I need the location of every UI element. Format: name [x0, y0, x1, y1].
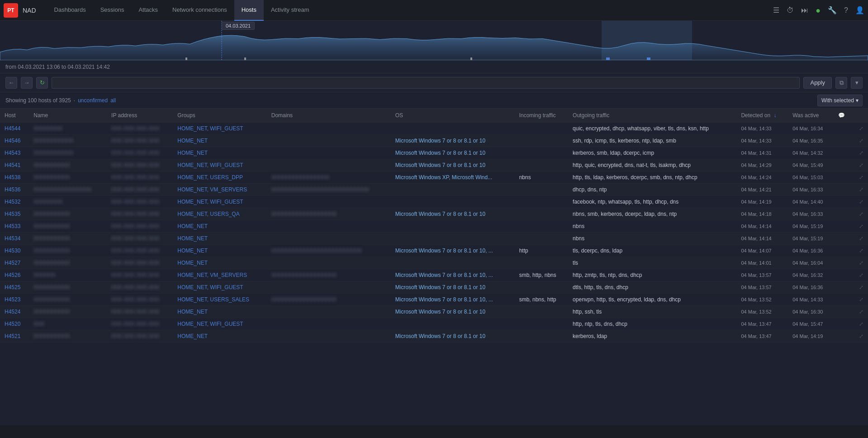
table-cell[interactable]: H4524: [0, 306, 29, 318]
table-cell[interactable]: HOME_NET, VM_SERVERS: [173, 269, 266, 281]
table-cell[interactable]: H4541: [0, 159, 29, 171]
table-cell[interactable]: HOME_NET, WIFI_GUEST: [173, 281, 266, 294]
nav-attacks[interactable]: Attacks: [131, 0, 165, 21]
col-incoming[interactable]: Incoming traffic: [515, 109, 568, 123]
table-cell[interactable]: HOME_NET: [173, 135, 266, 147]
table-cell[interactable]: H4535: [0, 208, 29, 220]
refresh-button[interactable]: ↻: [36, 77, 48, 89]
table-cell[interactable]: ⤢: [852, 269, 868, 281]
table-cell[interactable]: H4536: [0, 184, 29, 196]
table-cell[interactable]: ⤢: [852, 306, 868, 318]
svg-rect-6: [647, 57, 650, 60]
table-cell[interactable]: ⤢: [852, 123, 868, 135]
table-cell[interactable]: ⤢: [852, 245, 868, 257]
forward-button[interactable]: →: [21, 77, 33, 89]
table-cell[interactable]: H4532: [0, 196, 29, 208]
table-row: H4546XXXXXXXXXXXXXX.XXX.XXX.XXXHOME_NET …: [0, 135, 868, 147]
table-cell[interactable]: ⤢: [852, 147, 868, 159]
table-cell[interactable]: ⤢: [852, 294, 868, 306]
table-cell[interactable]: H4533: [0, 220, 29, 233]
col-groups[interactable]: Groups: [173, 109, 266, 123]
table-cell[interactable]: HOME_NET: [173, 233, 266, 245]
table-cell[interactable]: H4525: [0, 281, 29, 294]
col-detected[interactable]: Detected on ↓: [736, 109, 788, 123]
filter-options-button[interactable]: ⧉: [835, 77, 847, 89]
col-host[interactable]: Host: [0, 109, 29, 123]
table-cell[interactable]: ⤢: [852, 196, 868, 208]
table-cell[interactable]: HOME_NET: [173, 245, 266, 257]
forward-icon[interactable]: ⏭: [801, 6, 808, 14]
table-cell[interactable]: HOME_NET: [173, 330, 266, 343]
col-domains[interactable]: Domains: [267, 109, 391, 123]
col-os[interactable]: OS: [391, 109, 515, 123]
table-cell: [834, 196, 852, 208]
table-cell[interactable]: H4538: [0, 171, 29, 184]
table-cell[interactable]: HOME_NET, WIFI_GUEST: [173, 196, 266, 208]
table-cell[interactable]: ⤢: [852, 208, 868, 220]
table-cell[interactable]: ⤢: [852, 135, 868, 147]
table-cell[interactable]: HOME_NET, USERS_DPP: [173, 171, 266, 184]
help-icon[interactable]: ?: [844, 6, 848, 14]
table-cell[interactable]: HOME_NET: [173, 220, 266, 233]
unconfirmed-link[interactable]: unconfirmed: [78, 97, 108, 104]
apply-button[interactable]: Apply: [803, 77, 832, 89]
nav-activity-stream[interactable]: Activity stream: [264, 0, 317, 21]
col-name[interactable]: Name: [29, 109, 107, 123]
table-cell[interactable]: HOME_NET: [173, 147, 266, 159]
table-cell[interactable]: ⤢: [852, 318, 868, 330]
table-cell[interactable]: HOME_NET: [173, 306, 266, 318]
nav-network-connections[interactable]: Network connections: [165, 0, 234, 21]
table-cell[interactable]: HOME_NET: [173, 257, 266, 269]
wrench-icon[interactable]: 🔧: [828, 6, 837, 14]
nav-hosts[interactable]: Hosts: [234, 0, 264, 21]
table-cell[interactable]: HOME_NET, WIFI_GUEST: [173, 123, 266, 135]
col-active[interactable]: Was active: [788, 109, 834, 123]
menu-icon[interactable]: ☰: [773, 6, 779, 14]
table-cell[interactable]: H4534: [0, 233, 29, 245]
table-cell[interactable]: HOME_NET, USERS_QA: [173, 208, 266, 220]
table-cell[interactable]: HOME_NET, WIFI_GUEST: [173, 318, 266, 330]
col-comment[interactable]: 💬: [834, 109, 852, 123]
nav-sessions[interactable]: Sessions: [93, 0, 132, 21]
table-cell[interactable]: ⤢: [852, 184, 868, 196]
table-cell[interactable]: HOME_NET, WIFI_GUEST: [173, 159, 266, 171]
col-ip[interactable]: IP address: [107, 109, 173, 123]
table-cell[interactable]: H4543: [0, 147, 29, 159]
table-cell: [515, 330, 568, 343]
all-link[interactable]: all: [110, 97, 116, 104]
table-cell: [834, 147, 852, 159]
table-cell: http, zmtp, tls, ntp, dns, dhcp: [568, 269, 736, 281]
table-cell[interactable]: H4521: [0, 330, 29, 343]
user-icon[interactable]: 👤: [855, 6, 864, 14]
table-cell[interactable]: H4523: [0, 294, 29, 306]
table-cell[interactable]: HOME_NET, VM_SERVERS: [173, 184, 266, 196]
table-cell[interactable]: H4526: [0, 269, 29, 281]
table-cell[interactable]: ⤢: [852, 171, 868, 184]
table-cell[interactable]: ⤢: [852, 220, 868, 233]
table-cell[interactable]: H4544: [0, 123, 29, 135]
table-cell[interactable]: ⤢: [852, 159, 868, 171]
filter-dropdown-button[interactable]: ▾: [851, 77, 863, 89]
col-outgoing[interactable]: Outgoing traffic: [568, 109, 736, 123]
table-cell[interactable]: ⤢: [852, 281, 868, 294]
filter-input[interactable]: [52, 77, 800, 89]
status-dot: ●: [816, 6, 821, 14]
table-row: H4535XXXXXXXXXXXXX.XXX.XXX.XXXHOME_NET, …: [0, 208, 868, 220]
table-cell[interactable]: ⤢: [852, 233, 868, 245]
table-cell[interactable]: HOME_NET, USERS_SALES: [173, 294, 266, 306]
table-cell[interactable]: H4527: [0, 257, 29, 269]
table-cell[interactable]: ⤢: [852, 330, 868, 343]
back-button[interactable]: ←: [5, 77, 17, 89]
with-selected-dropdown[interactable]: With selected ▾: [817, 95, 863, 106]
nav-dashboards[interactable]: Dashboards: [47, 0, 93, 21]
table-cell: 04 Mar, 16:30: [788, 306, 834, 318]
table-cell: [834, 306, 852, 318]
table-cell: [267, 257, 391, 269]
table-cell[interactable]: H4530: [0, 245, 29, 257]
table-cell[interactable]: H4520: [0, 318, 29, 330]
table-cell[interactable]: ⤢: [852, 257, 868, 269]
clock-icon[interactable]: ⏱: [787, 6, 794, 14]
table-cell: [515, 318, 568, 330]
app-logo[interactable]: PT: [4, 3, 18, 18]
table-cell[interactable]: H4546: [0, 135, 29, 147]
